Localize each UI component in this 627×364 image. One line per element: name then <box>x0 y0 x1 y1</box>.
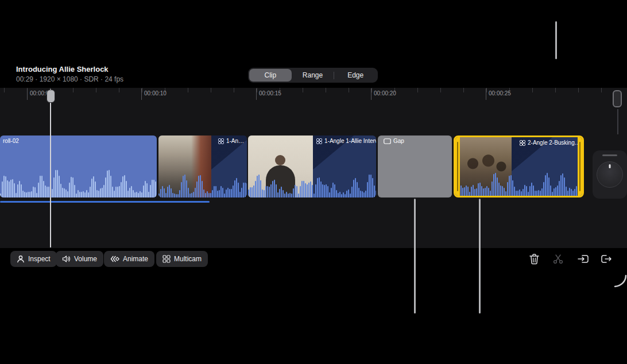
animate-button[interactable]: Animate <box>104 251 154 267</box>
overwrite-button[interactable] <box>599 252 613 266</box>
animate-icon <box>110 255 119 263</box>
multicam-button[interactable]: Multicam <box>156 251 208 267</box>
trim-handle-left[interactable] <box>455 137 460 196</box>
clip-broll-audio[interactable]: roll-02 <box>0 135 157 198</box>
blade-icon <box>552 253 564 265</box>
trim-handle-right[interactable] <box>578 137 582 196</box>
bottom-toolbar: Inspect Volume Animate <box>0 248 627 273</box>
clip-header: 2-Angle 2-Busking… <box>520 140 580 146</box>
clip-busking-selected[interactable]: 2-Angle 2-Busking… <box>454 135 584 198</box>
project-metadata: 00:29 · 1920 × 1080 · SDR · 24 fps <box>16 75 123 83</box>
clip-allie-interview[interactable]: 1-Angle 1-Allie Intervi… <box>248 135 376 198</box>
volume-button[interactable]: Volume <box>56 251 103 267</box>
callout-line-top <box>555 21 557 59</box>
trash-icon <box>529 253 540 265</box>
header: Introducing Allie Sherlock 00:29 · 1920 … <box>0 55 627 88</box>
zoom-slider[interactable] <box>612 90 624 135</box>
clip-name: roll-02 <box>3 138 19 144</box>
delete-button[interactable] <box>527 252 541 266</box>
clip-lane: roll-02 1-An… <box>0 135 627 198</box>
ruler-minor-ticks <box>0 88 609 92</box>
clip-angle1-short[interactable]: 1-An… <box>158 135 247 198</box>
clip-name: Gap <box>393 138 404 144</box>
tab-range[interactable]: Range <box>292 69 334 82</box>
inspect-label: Inspect <box>28 255 51 263</box>
inspect-icon <box>17 255 25 263</box>
multicam-icon <box>162 255 171 263</box>
zoom-slider-thumb[interactable] <box>613 90 622 107</box>
tab-edge[interactable]: Edge <box>334 69 377 82</box>
tab-clip[interactable]: Clip <box>249 69 292 82</box>
clip-header: 1-Angle 1-Allie Intervi… <box>316 138 376 144</box>
volume-icon <box>62 255 71 263</box>
screenshot-root: Introducing Allie Sherlock 00:29 · 1920 … <box>0 0 627 364</box>
clip-gap[interactable]: Gap <box>378 135 452 198</box>
timeline-area: 00:00:05 00:00:10 00:00:15 00:00:20 00:0… <box>0 88 627 248</box>
audio-waveform <box>248 175 376 198</box>
insert-icon <box>577 253 590 265</box>
callout-line-gap-clip <box>414 199 416 313</box>
blade-button[interactable] <box>551 252 565 266</box>
inspect-button[interactable]: Inspect <box>10 251 57 267</box>
zoom-slider-track <box>617 109 618 134</box>
playhead-handle[interactable] <box>47 90 55 103</box>
jog-handle-bar <box>602 154 617 156</box>
project-title: Introducing Allie Sherlock <box>16 65 109 73</box>
jog-knob[interactable] <box>597 161 623 188</box>
clip-name: 2-Angle 2-Busking… <box>528 140 580 146</box>
timeline-scroll-indicator[interactable] <box>0 201 210 203</box>
overwrite-icon <box>600 253 613 265</box>
clip-name: 1-Angle 1-Allie Intervi… <box>324 138 376 144</box>
gap-icon <box>384 138 391 144</box>
audio-waveform <box>455 173 582 196</box>
multicam-label: Multicam <box>174 255 202 263</box>
clip-name: 1-An… <box>226 138 244 144</box>
window-corner-arc <box>613 274 627 288</box>
timeline-ruler[interactable]: 00:00:05 00:00:10 00:00:15 00:00:20 00:0… <box>0 88 609 105</box>
audio-waveform <box>0 170 157 198</box>
callout-line-selected-clip <box>479 199 481 313</box>
jog-wheel[interactable] <box>593 150 627 199</box>
multicam-icon <box>316 138 322 144</box>
audio-waveform <box>158 175 247 198</box>
multicam-icon <box>218 138 224 144</box>
animate-label: Animate <box>123 255 148 263</box>
multicam-icon <box>520 140 525 146</box>
clip-header: 1-An… <box>218 138 244 144</box>
volume-label: Volume <box>74 255 97 263</box>
selection-mode-control: Clip Range Edge <box>248 68 378 83</box>
playhead-line <box>50 89 51 247</box>
insert-button[interactable] <box>576 252 590 266</box>
clip-header: Gap <box>384 138 404 144</box>
